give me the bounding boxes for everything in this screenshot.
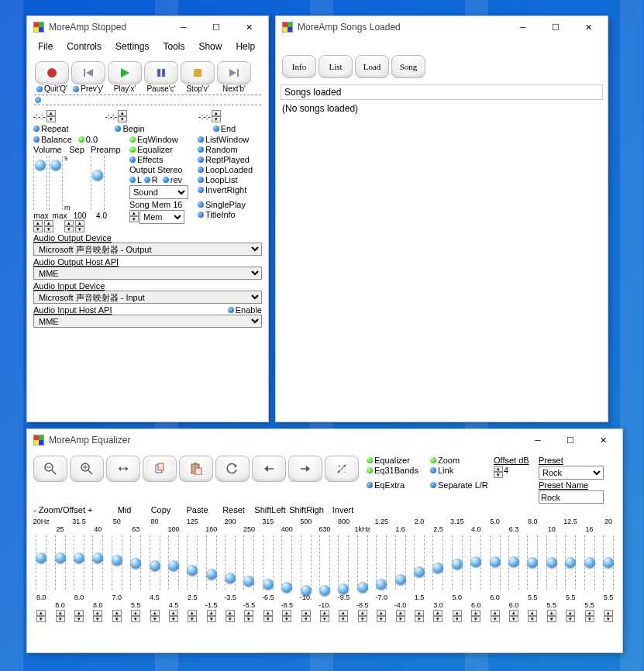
minimize-button[interactable]: ─: [507, 16, 539, 38]
eq-band-17[interactable]: [353, 535, 372, 590]
eq-band-28[interactable]: [561, 535, 580, 590]
zoom-in-button[interactable]: [70, 456, 104, 482]
eq-spin-6[interactable]: ▴▾: [150, 610, 160, 622]
titlebar[interactable]: MoreAmp Equalizer ─ ☐ ✕: [27, 429, 622, 451]
eq-link-opt[interactable]: Link: [430, 466, 492, 480]
eq-band-22[interactable]: [448, 535, 467, 590]
end-option[interactable]: End: [213, 124, 236, 133]
eq-spin-25[interactable]: ▴▾: [509, 610, 518, 622]
shift-right-button[interactable]: [288, 456, 322, 482]
eq-band-5[interactable]: [126, 535, 145, 590]
balance-option[interactable]: Balance: [33, 135, 72, 144]
eq-spin-20[interactable]: ▴▾: [415, 610, 424, 622]
eq-band-7[interactable]: [164, 535, 183, 590]
eq-spin-7[interactable]: ▴▾: [169, 610, 178, 622]
invertright-option[interactable]: InvertRight: [198, 185, 266, 199]
eq-spin-0[interactable]: ▴▾: [36, 610, 46, 622]
eq-spin-1[interactable]: ▴▾: [56, 610, 65, 622]
eq-band-30[interactable]: [599, 535, 618, 590]
eq-band-10[interactable]: [221, 535, 239, 590]
repeat-spinner[interactable]: -:-:-▴▾: [33, 110, 56, 122]
eq-spin-16[interactable]: ▴▾: [339, 610, 348, 622]
random-option[interactable]: Random: [198, 145, 266, 154]
eq-band-12[interactable]: [259, 535, 277, 590]
eq-spin-13[interactable]: ▴▾: [282, 610, 291, 622]
eq-spin-19[interactable]: ▴▾: [396, 610, 405, 622]
reptplayed-option[interactable]: ReptPlayed: [198, 155, 266, 164]
seek-slider[interactable]: [34, 95, 260, 105]
eq-spin-10[interactable]: ▴▾: [226, 610, 235, 622]
minimize-button[interactable]: ─: [167, 16, 200, 38]
eq-band-20[interactable]: [410, 535, 429, 590]
menu-show[interactable]: Show: [192, 40, 228, 53]
eq-spin-22[interactable]: ▴▾: [453, 610, 462, 622]
eq-band-19[interactable]: [391, 535, 409, 590]
begin-spinner[interactable]: -:-:-▴▾: [105, 110, 128, 122]
eq-band-13[interactable]: [277, 535, 296, 590]
looplist-option[interactable]: LoopList: [198, 175, 266, 184]
eq-spin-30[interactable]: ▴▾: [604, 610, 613, 622]
eq-band-4[interactable]: [108, 535, 126, 590]
begin-option[interactable]: Begin: [115, 124, 144, 133]
eq-band-25[interactable]: [505, 535, 523, 590]
list-button[interactable]: List: [319, 55, 353, 78]
looploaded-option[interactable]: LoopLoaded: [198, 165, 266, 174]
close-button[interactable]: ✕: [587, 429, 619, 451]
menu-controls[interactable]: Controls: [60, 40, 108, 53]
volume-slider-2[interactable]: [49, 154, 63, 212]
eq-spin-5[interactable]: ▴▾: [131, 610, 140, 622]
eq-spin-3[interactable]: ▴▾: [93, 610, 102, 622]
close-button[interactable]: ✕: [232, 16, 265, 38]
eq-spin-23[interactable]: ▴▾: [471, 610, 480, 622]
eq-spin-18[interactable]: ▴▾: [377, 610, 386, 622]
separate-opt[interactable]: Separate L/R: [430, 480, 537, 490]
audio-in-host[interactable]: MME: [33, 315, 262, 328]
eq-band-6[interactable]: [145, 535, 164, 590]
eq-equalizer-opt[interactable]: Equalizer: [367, 456, 429, 465]
eq-band-21[interactable]: [429, 535, 447, 590]
eq-band-15[interactable]: [315, 535, 334, 590]
menu-settings[interactable]: Settings: [109, 40, 155, 53]
volume-slider[interactable]: [33, 154, 47, 212]
maximize-button[interactable]: ☐: [554, 429, 587, 451]
singleplay-option[interactable]: SinglePlay: [198, 200, 266, 209]
pause-button[interactable]: [144, 61, 178, 84]
prev-button[interactable]: [71, 61, 105, 84]
zoom-out-button[interactable]: [33, 456, 67, 482]
eq-spin-29[interactable]: ▴▾: [585, 610, 594, 622]
menu-help[interactable]: Help: [229, 40, 261, 53]
eq-spin-8[interactable]: ▴▾: [188, 610, 197, 622]
play-button[interactable]: [108, 61, 142, 84]
preset-select[interactable]: Rock: [539, 466, 604, 480]
eq-band-1[interactable]: [50, 535, 69, 590]
minimize-button[interactable]: ─: [522, 429, 554, 451]
mem-select[interactable]: Mem: [139, 210, 184, 224]
preamp-slider[interactable]: [91, 154, 105, 212]
eq-spin-9[interactable]: ▴▾: [207, 610, 216, 622]
eq-spin-2[interactable]: ▴▾: [74, 610, 84, 622]
audio-out-host[interactable]: MME: [33, 267, 262, 280]
titlebar[interactable]: MoreAmp Songs Loaded ─ ☐ ✕: [276, 16, 608, 38]
listwindow-option[interactable]: ListWindow: [198, 135, 266, 144]
paste-button[interactable]: [179, 456, 213, 482]
copy-button[interactable]: [143, 456, 177, 482]
eq-spin-21[interactable]: ▴▾: [433, 610, 443, 622]
enable-option[interactable]: Enable: [228, 305, 262, 315]
eqextra-opt[interactable]: EqExtra: [367, 480, 429, 490]
end-spinner[interactable]: -:-:-▴▾: [198, 110, 221, 122]
eq-band-18[interactable]: [372, 535, 391, 590]
eq-spin-15[interactable]: ▴▾: [320, 610, 329, 622]
eq-band-3[interactable]: [88, 535, 107, 590]
maximize-button[interactable]: ☐: [200, 16, 232, 38]
titlebar[interactable]: MoreAmp Stopped ─ ☐ ✕: [27, 16, 268, 38]
eq-band-14[interactable]: [296, 535, 315, 590]
eq-spin-4[interactable]: ▴▾: [112, 610, 122, 622]
close-button[interactable]: ✕: [572, 16, 604, 38]
lr-rev[interactable]: L R rev: [129, 175, 198, 184]
eq-band-24[interactable]: [485, 535, 504, 590]
eq-spin-14[interactable]: ▴▾: [301, 610, 311, 622]
reset-button[interactable]: [215, 456, 250, 482]
vol-spin-1[interactable]: ▴▾: [33, 220, 43, 232]
effects-option[interactable]: Effects: [129, 155, 198, 164]
equalizer-option[interactable]: Equalizer: [129, 145, 198, 154]
